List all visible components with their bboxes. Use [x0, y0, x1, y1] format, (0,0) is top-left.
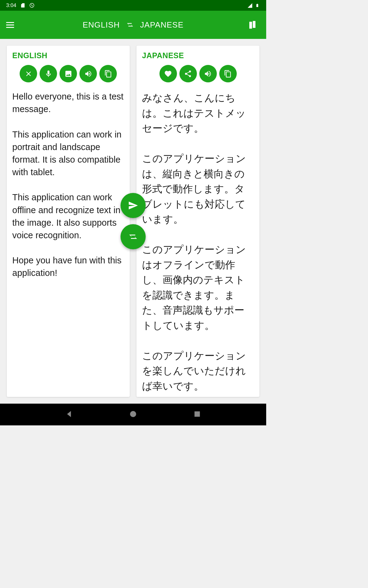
image-button[interactable] [59, 65, 77, 82]
speak-target-button[interactable] [199, 65, 217, 82]
target-language-label[interactable]: JAPANESE [140, 20, 184, 30]
recent-apps-button[interactable] [193, 409, 202, 420]
navigation-bar [0, 404, 266, 425]
target-card-title: JAPANESE [142, 51, 254, 60]
source-language-label[interactable]: ENGLISH [82, 20, 120, 30]
status-right [247, 3, 260, 8]
swap-icon[interactable] [126, 21, 134, 29]
menu-button[interactable] [6, 22, 21, 28]
app-bar: ENGLISH JAPANESE [0, 11, 266, 39]
translate-button[interactable] [121, 193, 146, 218]
status-left: 3:04 [6, 2, 35, 9]
signal-icon [247, 3, 253, 8]
back-button[interactable] [64, 409, 74, 420]
favorite-button[interactable] [159, 65, 177, 82]
copy-target-button[interactable] [219, 65, 237, 82]
sd-card-icon [20, 3, 25, 8]
share-button[interactable] [179, 65, 197, 82]
svg-rect-2 [257, 4, 258, 4]
status-time: 3:04 [6, 2, 16, 9]
source-card: ENGLISH Hello everyone, this is a test m… [7, 46, 130, 397]
swap-languages-button[interactable] [121, 224, 146, 249]
svg-rect-3 [249, 22, 252, 29]
copy-source-button[interactable] [99, 65, 117, 82]
home-button[interactable] [128, 409, 138, 420]
svg-point-5 [130, 411, 136, 417]
language-selector: ENGLISH JAPANESE [21, 20, 245, 30]
source-text[interactable]: Hello everyone, this is a test message. … [12, 90, 124, 280]
svg-rect-1 [256, 4, 258, 7]
app-logo-icon[interactable] [245, 20, 260, 29]
source-card-title: ENGLISH [12, 51, 124, 60]
no-sync-icon [29, 3, 35, 8]
clear-button[interactable] [20, 65, 37, 82]
target-button-row [142, 65, 254, 82]
source-button-row [12, 65, 124, 82]
svg-rect-4 [253, 21, 255, 28]
microphone-button[interactable] [40, 65, 57, 82]
target-text: みなさん、こんにちは。これはテストメッセージです。 このアプリケーションは、縦向… [142, 90, 254, 391]
battery-icon [255, 3, 260, 8]
status-bar: 3:04 [0, 0, 266, 11]
speak-source-button[interactable] [79, 65, 97, 82]
fab-container [121, 193, 146, 249]
target-card: JAPANESE みなさん、こんにちは。これはテストメッセージです。 このアプリ… [136, 46, 259, 397]
svg-rect-6 [195, 411, 200, 417]
